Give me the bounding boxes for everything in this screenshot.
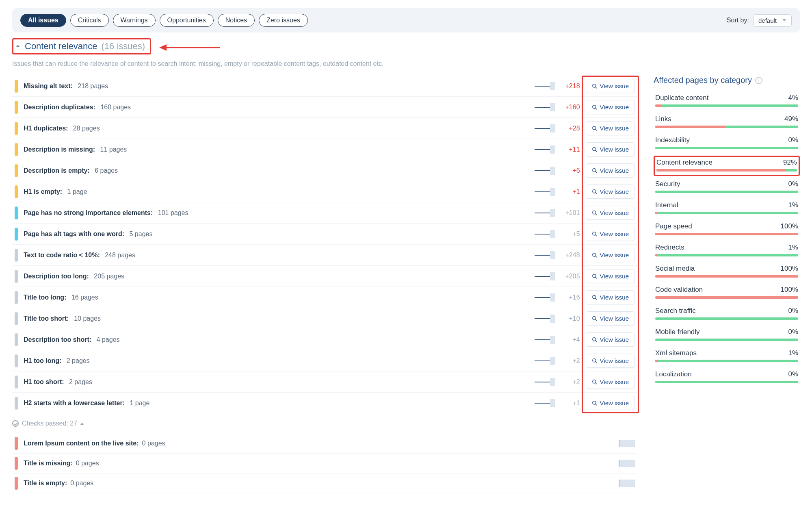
sparkline — [535, 230, 555, 238]
svg-line-23 — [595, 298, 597, 300]
filter-pill-criticals[interactable]: Criticals — [70, 14, 109, 27]
issue-row: Text to code ratio < 10%: 248 pages +248… — [12, 245, 637, 266]
category-row-xml-sitemaps[interactable]: Xml sitemaps 1% — [654, 347, 800, 366]
category-percent: 0% — [788, 328, 798, 336]
sparkline — [619, 440, 635, 447]
category-bar — [655, 212, 798, 214]
category-row-code-validation[interactable]: Code validation 100% — [654, 284, 800, 303]
view-issue-button[interactable]: View issue — [586, 269, 635, 283]
sparkline — [535, 378, 555, 386]
view-issue-button[interactable]: View issue — [586, 227, 635, 241]
view-issue-button[interactable]: View issue — [586, 248, 635, 262]
svg-point-28 — [592, 358, 595, 362]
category-row-localization[interactable]: Localization 0% — [654, 369, 800, 387]
filter-pill-notices[interactable]: Notices — [218, 14, 255, 27]
category-row-redirects[interactable]: Redirects 1% — [654, 242, 800, 261]
category-bar — [655, 254, 798, 256]
severity-indicator — [15, 291, 18, 304]
sort-select[interactable]: default — [753, 14, 792, 27]
view-issue-label: View issue — [600, 400, 629, 406]
category-row-indexability[interactable]: Indexability 0% — [654, 135, 800, 153]
view-issue-button[interactable]: View issue — [586, 332, 635, 347]
category-row-duplicate-content[interactable]: Duplicate content 4% — [654, 92, 800, 111]
issue-pages: 218 pages — [74, 83, 108, 89]
severity-indicator — [15, 143, 18, 156]
severity-indicator — [15, 206, 18, 219]
info-icon[interactable]: i — [755, 77, 762, 84]
view-issue-button[interactable]: View issue — [586, 100, 635, 114]
category-row-content-relevance[interactable]: Content relevance 92% — [654, 156, 800, 176]
category-row-mobile-friendly[interactable]: Mobile friendly 0% — [654, 326, 800, 345]
category-bar — [655, 275, 798, 278]
view-issue-button[interactable]: View issue — [586, 375, 635, 389]
view-issue-button[interactable]: View issue — [586, 163, 635, 178]
issue-pages: 205 pages — [91, 273, 124, 280]
sparkline — [535, 336, 555, 344]
svg-point-26 — [592, 337, 595, 341]
issue-row: Description too long: 205 pages +205 Vie… — [12, 266, 637, 287]
issue-delta: +218 — [558, 83, 580, 90]
view-issue-button[interactable]: View issue — [586, 79, 635, 93]
view-issue-button[interactable]: View issue — [586, 354, 635, 368]
section-header[interactable]: Content relevance (16 issues) — [12, 38, 151, 54]
svg-line-31 — [595, 382, 597, 384]
search-icon — [592, 168, 598, 174]
category-percent: 1% — [788, 243, 798, 252]
filter-pill-warnings[interactable]: Warnings — [113, 14, 156, 27]
issue-delta: +5 — [558, 230, 580, 238]
view-issue-button[interactable]: View issue — [586, 206, 635, 220]
checks-passed-toggle[interactable]: Checks passed: 27 — [12, 413, 637, 434]
sparkline — [535, 209, 555, 217]
search-icon — [592, 104, 598, 110]
category-row-links[interactable]: Links 49% — [654, 113, 800, 132]
sparkline — [619, 460, 635, 467]
view-issue-button[interactable]: View issue — [586, 185, 635, 199]
severity-indicator — [15, 397, 18, 410]
issue-pages: 16 pages — [68, 294, 98, 301]
issue-row: Title too short: 10 pages +10 View issue — [12, 308, 637, 329]
severity-indicator — [15, 354, 18, 367]
severity-indicator — [15, 164, 18, 177]
search-icon — [592, 379, 598, 385]
svg-line-17 — [595, 235, 597, 236]
category-bar — [655, 339, 798, 341]
search-icon — [592, 358, 598, 364]
sparkline — [535, 167, 555, 175]
view-issue-button[interactable]: View issue — [586, 396, 635, 410]
category-row-social-media[interactable]: Social media 100% — [654, 263, 800, 282]
issue-row: Page has no strong importance elements: … — [12, 202, 637, 224]
filter-pill-zero-issues[interactable]: Zero issues — [259, 14, 308, 27]
issue-pages: 0 pages — [73, 460, 99, 467]
category-name: Mobile friendly — [655, 328, 700, 336]
svg-point-10 — [592, 168, 595, 172]
category-row-security[interactable]: Security 0% — [654, 178, 800, 197]
issue-row: H2 starts with a lowercase letter: 1 pag… — [12, 393, 637, 413]
category-bar — [655, 360, 798, 362]
category-row-search-traffic[interactable]: Search traffic 0% — [654, 305, 800, 324]
svg-point-8 — [592, 147, 595, 150]
passed-row: Title is missing: 0 pages — [12, 454, 637, 473]
filter-pill-all-issues[interactable]: All issues — [20, 14, 66, 27]
issue-pages: 1 page — [64, 188, 87, 195]
issue-row: Description is empty: 6 pages +6 View is… — [12, 160, 637, 181]
category-bar — [655, 381, 798, 383]
issue-name: H1 duplicates: — [24, 125, 68, 132]
category-name: Xml sitemaps — [655, 349, 697, 357]
category-row-page-speed[interactable]: Page speed 100% — [654, 221, 800, 239]
filter-pill-opportunities[interactable]: Opportunities — [160, 14, 214, 27]
view-issue-button[interactable]: View issue — [586, 142, 635, 156]
view-issue-label: View issue — [600, 336, 629, 343]
issue-row: H1 too short: 2 pages +2 View issue — [12, 371, 637, 393]
search-icon — [592, 295, 598, 300]
category-percent: 100% — [781, 222, 798, 230]
search-icon — [592, 316, 598, 321]
view-issue-button[interactable]: View issue — [586, 290, 635, 304]
issue-row: H1 duplicates: 28 pages +28 View issue — [12, 118, 637, 139]
view-issue-button[interactable]: View issue — [586, 121, 635, 135]
annotation-arrow-icon — [159, 40, 220, 55]
view-issue-button[interactable]: View issue — [586, 311, 635, 326]
issue-name: Description too long: — [24, 273, 89, 280]
sparkline — [535, 272, 555, 280]
issues-list: Missing alt text: 218 pages +218 View is… — [12, 76, 637, 413]
category-row-internal[interactable]: Internal 1% — [654, 200, 800, 218]
